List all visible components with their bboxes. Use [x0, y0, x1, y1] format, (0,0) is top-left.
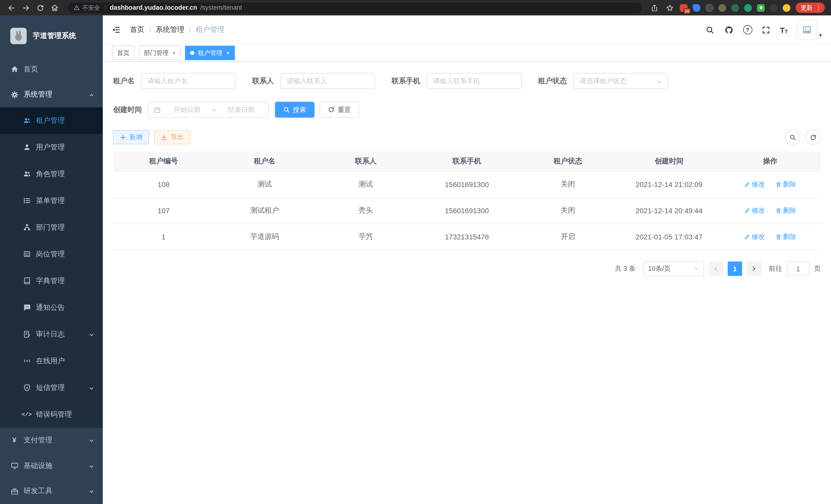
puzzle-extensions-icon[interactable]	[770, 4, 778, 11]
extension-icon-7[interactable]	[757, 4, 765, 11]
breadcrumb-current: 租户管理	[196, 25, 225, 34]
sidebar-item-notice[interactable]: 通知公告	[0, 294, 103, 321]
tenant-name-input[interactable]	[141, 73, 236, 89]
tab-dept[interactable]: 部门管理 ×	[139, 46, 181, 60]
sidebar-item-online[interactable]: 在线用户	[0, 348, 103, 374]
sidebar-item-home[interactable]: 首页	[0, 57, 103, 82]
goto-page-input[interactable]	[787, 262, 809, 276]
extension-icon-1[interactable]: 10	[680, 4, 688, 11]
column-header: 租户名	[214, 152, 315, 171]
avatar[interactable]	[797, 20, 817, 40]
extension-icon-4[interactable]	[718, 4, 726, 11]
extension-badge: 10	[683, 8, 691, 13]
edit-button[interactable]: 修改	[744, 232, 765, 241]
sidebar-item-system[interactable]: 系统管理	[0, 82, 103, 108]
breadcrumb: 首页 / 系统管理 / 租户管理	[130, 25, 225, 34]
sidebar-item-dict[interactable]: 字典管理	[0, 267, 103, 294]
delete-button[interactable]: 删除	[775, 180, 796, 189]
font-size-icon[interactable]: TT	[780, 25, 788, 34]
sidebar-item-tenant[interactable]: 租户管理	[0, 107, 103, 134]
caret-down-icon: ▾	[819, 32, 822, 38]
extension-icon-5[interactable]	[731, 4, 739, 11]
extension-icon-3[interactable]	[706, 4, 713, 11]
security-warning[interactable]: 不安全	[74, 4, 100, 11]
search-button[interactable]: 搜索	[275, 102, 315, 118]
home-button[interactable]	[48, 2, 61, 14]
sidebar-item-devtools[interactable]: 研发工具	[0, 479, 103, 504]
delete-button[interactable]: 删除	[775, 206, 796, 215]
close-icon[interactable]: ×	[226, 49, 230, 57]
bookmark-star-icon[interactable]	[664, 3, 675, 13]
close-icon[interactable]: ×	[172, 49, 176, 57]
users-icon	[23, 116, 31, 125]
user-menu[interactable]: ▾	[797, 20, 822, 40]
tab-home[interactable]: 首页	[112, 46, 135, 60]
refresh-icon	[328, 106, 335, 113]
sidebar-item-errcode[interactable]: </> 错误码管理	[0, 401, 103, 428]
phone-input[interactable]	[427, 73, 522, 89]
tab-tenant[interactable]: 租户管理 ×	[185, 46, 235, 60]
screen: 不安全 dashboard.yudao.iocoder.cn /system/t…	[0, 0, 831, 504]
cell-phone: 15601691300	[416, 171, 517, 198]
sidebar: 芋道管理系统 首页 系统管理	[0, 16, 103, 504]
reload-button[interactable]	[34, 2, 46, 14]
tab-label: 租户管理	[198, 49, 223, 57]
sidebar-item-post[interactable]: 岗位管理	[0, 241, 103, 267]
breadcrumb-home[interactable]: 首页	[130, 25, 144, 34]
cell-tenant-id: 1	[113, 224, 214, 250]
page-size-select[interactable]: 10条/页	[643, 261, 704, 276]
sidebar-item-sms[interactable]: 短信管理	[0, 374, 103, 401]
extension-icon-2[interactable]	[693, 4, 700, 11]
back-button[interactable]	[5, 2, 18, 14]
export-button[interactable]: 导出	[154, 130, 190, 144]
add-button[interactable]: 新增	[113, 130, 149, 144]
select-placeholder: 请选择租户状态	[580, 76, 627, 86]
reset-button[interactable]: 重置	[320, 102, 359, 118]
sidebar-item-menu[interactable]: 菜单管理	[0, 187, 103, 214]
sidebar-item-infra[interactable]: 基础设施	[0, 453, 103, 479]
browser-menu-icon[interactable]: ⋮	[815, 4, 822, 11]
address-bar[interactable]: 不安全 dashboard.yudao.iocoder.cn /system/t…	[68, 2, 642, 13]
chevron-left-icon	[713, 266, 719, 272]
profile-avatar-icon[interactable]	[783, 4, 791, 11]
edit-label: 修改	[752, 180, 765, 189]
delete-label: 删除	[783, 206, 796, 215]
next-page-button[interactable]	[747, 262, 761, 276]
edit-button[interactable]: 修改	[744, 206, 765, 215]
sidebar-toggle-icon[interactable]	[111, 24, 122, 35]
share-icon[interactable]	[649, 3, 659, 13]
table-row: 1 芋道源码 芋艿 17321315478 开启 2021-01-05 17:0…	[113, 224, 821, 250]
fullscreen-icon[interactable]	[761, 25, 771, 35]
help-icon[interactable]: ?	[743, 25, 752, 34]
contact-input[interactable]	[280, 73, 375, 89]
breadcrumb-system[interactable]: 系统管理	[156, 25, 184, 34]
filter-phone: 联系手机	[392, 73, 522, 89]
sidebar-item-audit[interactable]: 审计日志	[0, 321, 103, 348]
date-range-picker[interactable]: 开始日期 - 结束日期	[148, 102, 269, 118]
field-label: 租户状态	[538, 76, 567, 86]
end-date-placeholder: 结束日期	[219, 105, 263, 114]
status-select[interactable]: 请选择租户状态	[573, 73, 668, 89]
refresh-table-button[interactable]	[805, 129, 821, 145]
sidebar-item-role[interactable]: 角色管理	[0, 160, 103, 187]
sidebar-item-dept[interactable]: 部门管理	[0, 214, 103, 241]
sidebar-item-pay[interactable]: ¥ 支付管理	[0, 428, 103, 453]
delete-button[interactable]: 删除	[775, 232, 796, 241]
message-icon	[23, 303, 31, 312]
chrome-update-button[interactable]: 更新 ⋮	[796, 3, 825, 13]
sidebar-item-user[interactable]: 用户管理	[0, 134, 103, 160]
browser-toolbar: 不安全 dashboard.yudao.iocoder.cn /system/t…	[0, 0, 831, 16]
pencil-icon	[744, 181, 750, 187]
table-header-row: 租户编号 租户名 联系人 联系手机 租户状态 创建时间 操作	[113, 152, 821, 171]
edit-button[interactable]: 修改	[744, 180, 765, 189]
document-edit-icon	[23, 330, 31, 338]
cell-created: 2021-01-05 17:03:47	[619, 224, 719, 250]
toggle-search-button[interactable]	[785, 129, 800, 145]
prev-page-button[interactable]	[709, 262, 723, 276]
cell-contact: 芋艿	[315, 224, 416, 250]
search-icon[interactable]	[705, 25, 715, 35]
page-number-1[interactable]: 1	[728, 262, 742, 276]
forward-button[interactable]	[20, 2, 32, 14]
github-icon[interactable]	[724, 25, 734, 35]
extension-icon-6[interactable]	[744, 4, 752, 11]
